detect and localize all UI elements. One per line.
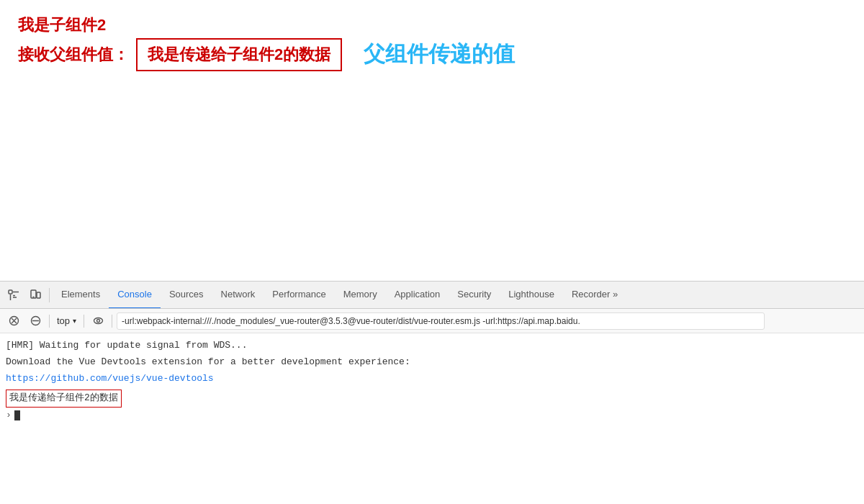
svg-rect-2 — [37, 292, 40, 298]
tab-console[interactable]: Console — [109, 282, 161, 309]
tab-sources[interactable]: Sources — [161, 282, 212, 309]
svg-point-5 — [94, 318, 102, 324]
svg-rect-0 — [9, 290, 12, 294]
device-toolbar-icon[interactable] — [24, 284, 46, 306]
devtools-tabs-bar: Elements Console Sources Network Perform… — [0, 282, 864, 309]
tab-network[interactable]: Network — [212, 282, 264, 309]
clear-console-button[interactable] — [4, 312, 23, 330]
tab-separator-1 — [49, 288, 50, 302]
tab-elements[interactable]: Elements — [53, 282, 109, 309]
tab-lighthouse[interactable]: Lighthouse — [500, 282, 563, 309]
devtools-panel: Elements Console Sources Network Perform… — [0, 281, 864, 504]
console-prompt-row: › — [6, 410, 858, 420]
tab-recorder[interactable]: Recorder » — [563, 282, 626, 309]
console-output: [HMR] Waiting for update signal from WDS… — [0, 333, 864, 504]
tab-security[interactable]: Security — [449, 282, 500, 309]
parent-value-label: 父组件传递的值 — [364, 40, 515, 69]
receive-row: 接收父组件值： 我是传递给子组件2的数据 父组件传递的值 — [18, 38, 846, 71]
console-line-highlight: 我是传递给子组件2的数据 — [6, 387, 858, 408]
context-selector[interactable]: top ▾ — [54, 314, 79, 328]
tab-application[interactable]: Application — [386, 282, 449, 309]
toolbar-sep-3 — [112, 315, 112, 328]
tab-memory[interactable]: Memory — [335, 282, 386, 309]
main-content: 我是子组件2 接收父组件值： 我是传递给子组件2的数据 父组件传递的值 — [0, 0, 864, 281]
toolbar-sep-2 — [84, 315, 84, 328]
live-expression-button[interactable] — [89, 312, 107, 330]
data-box: 我是传递给子组件2的数据 — [136, 38, 342, 71]
svg-point-6 — [96, 320, 99, 323]
console-caret: › — [6, 410, 12, 420]
console-toolbar: top ▾ — [0, 309, 864, 333]
child-component-title: 我是子组件2 — [18, 14, 846, 37]
console-filter-input[interactable] — [117, 312, 765, 330]
console-line-hmr: [HMR] Waiting for update signal from WDS… — [6, 338, 858, 354]
toolbar-sep-1 — [49, 315, 50, 328]
block-requests-button[interactable] — [26, 312, 45, 330]
devtools-link[interactable]: https://github.com/vuejs/vue-devtools — [6, 373, 214, 384]
console-line-devtools: Download the Vue Devtools extension for … — [6, 354, 858, 371]
console-line-link[interactable]: https://github.com/vuejs/vue-devtools — [6, 371, 858, 387]
tab-performance[interactable]: Performance — [264, 282, 334, 309]
console-cursor — [14, 410, 20, 420]
console-highlight-text: 我是传递给子组件2的数据 — [6, 390, 122, 408]
receive-label: 接收父组件值： — [18, 44, 129, 66]
dropdown-arrow-icon: ▾ — [73, 317, 76, 325]
inspector-icon[interactable] — [3, 284, 24, 306]
